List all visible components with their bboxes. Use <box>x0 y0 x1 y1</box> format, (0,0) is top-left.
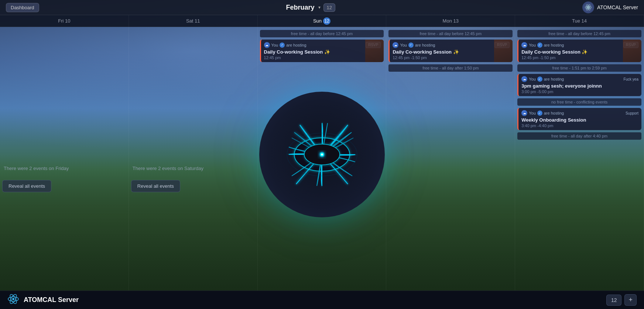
event-time-sun: 12:45 pm <box>264 55 381 60</box>
tuesday-event-1[interactable]: ☁ You ✓ are hosting RSVP Daily Co-workin… <box>517 40 641 62</box>
event-time-tue-3: 3:40 pm -4:40 pm <box>521 123 638 128</box>
day-header-sat: Sat 11 <box>129 15 258 27</box>
hosting-label: are hosting <box>286 43 306 47</box>
host-you-tue-1: You <box>529 43 536 47</box>
host-avatar-tue-1: ☁ <box>521 42 527 48</box>
saturday-hidden-msg: There were 2 events on Saturday <box>131 163 255 174</box>
tuesday-free-time-bottom: free time - all day after 4:40 pm <box>517 132 641 140</box>
friday-reveal-button[interactable]: Reveal all events <box>2 180 51 192</box>
host-you-tue-3: You <box>529 111 536 115</box>
hosting-label-tue-3: are hosting <box>544 111 564 115</box>
hosting-label-mon: are hosting <box>415 43 435 47</box>
check-badge-tue-1: ✓ <box>537 43 542 48</box>
month-title: February <box>286 4 315 11</box>
check-badge-tue-2: ✓ <box>537 77 542 82</box>
server-name-header: ATOMCAL Server <box>597 4 638 10</box>
svg-point-10 <box>12 298 14 300</box>
sunday-free-time-top: free time - all day before 12:45 pm <box>260 30 384 37</box>
today-badge: 12 <box>323 17 330 25</box>
monday-event-1[interactable]: ☁ You ✓ are hosting RSVP Daily Co-workin… <box>388 40 513 62</box>
event-thumbnail-mon <box>494 40 513 62</box>
day-headers-row: Fri 10 Sat 11 Sun 12 Mon 13 Tue 14 <box>0 15 644 27</box>
bottom-bar: ATOMCAL Server 12 + <box>0 291 644 309</box>
event-title-mon: Daily Co-working Session ✨ <box>393 49 510 55</box>
check-badge-tue-3: ✓ <box>537 111 542 116</box>
event-host-info-mon: ☁ You ✓ are hosting <box>393 42 435 48</box>
atom-logo-icon <box>7 293 19 307</box>
nav-plus-button[interactable]: + <box>624 294 637 306</box>
month-dropdown-arrow: ▾ <box>318 5 321 10</box>
column-friday: There were 2 events on Friday Reveal all… <box>0 27 129 291</box>
monday-free-time-mid: free time - all day after 1:50 pm <box>388 64 513 72</box>
svg-point-0 <box>587 7 589 9</box>
monday-free-time-top: free time - all day before 12:45 pm <box>388 30 513 37</box>
event-title-tue-1: Daily Co-working Session ✨ <box>521 49 638 55</box>
column-saturday: There were 2 events on Saturday Reveal a… <box>129 27 258 291</box>
event-title-tue-2: 3pm gaming sesh; everyone joinnn <box>521 83 638 89</box>
event-time-mon: 12:45 pm -1:50 pm <box>393 55 510 60</box>
nav-number-button[interactable]: 12 <box>606 295 622 306</box>
bottom-left: ATOMCAL Server <box>7 293 79 307</box>
month-selector[interactable]: February ▾ 12 <box>286 3 336 12</box>
host-avatar-tue-3: ☁ <box>521 110 527 116</box>
tuesday-free-time-top: free time - all day before 12:45 pm <box>517 30 641 37</box>
calendar-area: There were 2 events on Friday Reveal all… <box>0 27 644 291</box>
sunday-event-1[interactable]: ☁ You ✓ are hosting RSVP Daily Co-workin… <box>260 40 384 62</box>
tuesday-event-3[interactable]: ☁ You ✓ are hosting Support Weekly Onboa… <box>517 108 641 130</box>
event-title-sun: Daily Co-working Session ✨ <box>264 49 381 55</box>
event-card-header-mon: ☁ You ✓ are hosting RSVP <box>393 42 510 48</box>
event-card-header: ☁ You ✓ are hosting RSVP <box>264 42 381 48</box>
event-host-info-tue-1: ☁ You ✓ are hosting <box>521 42 564 48</box>
hosting-label-tue-2: are hosting <box>544 77 564 81</box>
check-badge-mon: ✓ <box>408 43 414 48</box>
event-card-header-tue-3: ☁ You ✓ are hosting Support <box>521 110 638 116</box>
server-name-bottom: ATOMCAL Server <box>24 296 79 304</box>
host-you-label: You <box>271 43 278 47</box>
month-badge: 12 <box>323 3 335 12</box>
event-host-info-tue-2: ☁ You ✓ are hosting <box>521 76 564 82</box>
tuesday-free-time-1: free time - 1:51 pm to 2:59 pm <box>517 64 641 72</box>
server-info: ATOMCAL Server <box>582 1 638 13</box>
host-you-label-mon: You <box>400 43 407 47</box>
host-you-tue-2: You <box>529 77 536 81</box>
event-host-info-tue-3: ☁ You ✓ are hosting <box>521 110 564 116</box>
host-avatar-mon: ☁ <box>393 42 398 48</box>
event-title-tue-3: Weekly Onboarding Session <box>521 117 638 123</box>
dashboard-button[interactable]: Dashboard <box>6 3 39 12</box>
friday-hidden-msg: There were 2 events on Friday <box>2 163 126 174</box>
tuesday-event-2[interactable]: ☁ You ✓ are hosting Fuck yea 3pm gaming … <box>517 74 641 96</box>
event-host-info: ☁ You ✓ are hosting <box>264 42 306 48</box>
action-label-tue-2: Fuck yea <box>623 77 638 81</box>
column-tuesday: free time - all day before 12:45 pm ☁ Yo… <box>515 27 644 291</box>
column-monday: free time - all day before 12:45 pm ☁ Yo… <box>386 27 515 291</box>
host-avatar: ☁ <box>264 42 270 48</box>
server-avatar <box>582 1 594 13</box>
host-avatar-tue-2: ☁ <box>521 76 527 82</box>
day-header-tue: Tue 14 <box>515 15 644 27</box>
event-thumbnail-sun <box>365 40 384 62</box>
bottom-right: 12 + <box>606 294 637 306</box>
event-card-header-tue-1: ☁ You ✓ are hosting RSVP <box>521 42 638 48</box>
check-badge: ✓ <box>280 43 285 48</box>
event-thumbnail-tue-1 <box>623 40 641 62</box>
column-sunday: free time - all day before 12:45 pm ☁ Yo… <box>258 27 387 291</box>
tuesday-free-time-2: no free time - conflicting events <box>517 98 641 106</box>
top-navigation-bar: Dashboard February ▾ 12 ATOMCAL Server <box>0 0 644 15</box>
event-card-header-tue-2: ☁ You ✓ are hosting Fuck yea <box>521 76 638 82</box>
day-header-sun: Sun 12 <box>258 15 387 27</box>
day-header-fri: Fri 10 <box>0 15 129 27</box>
action-label-tue-3: Support <box>626 111 638 115</box>
hosting-label-tue-1: are hosting <box>544 43 564 47</box>
day-header-mon: Mon 13 <box>386 15 515 27</box>
saturday-reveal-button[interactable]: Reveal all events <box>131 180 180 192</box>
event-time-tue-2: 3:00 pm -5:00 pm <box>521 89 638 94</box>
event-time-tue-1: 12:45 pm -1:50 pm <box>521 55 638 60</box>
